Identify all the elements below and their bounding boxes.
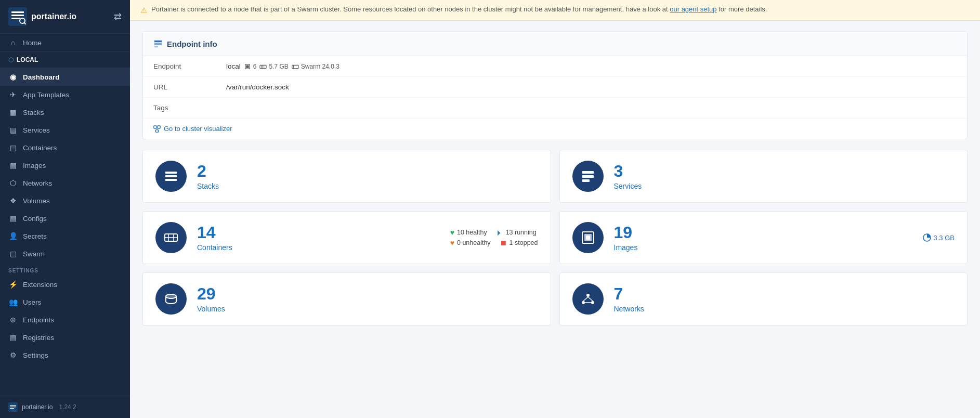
stat-card-services[interactable]: 3 Services [559,150,968,203]
sidebar-logo: portainer.io ⇄ [0,0,130,34]
cluster-viz-icon [153,125,161,133]
svg-rect-23 [155,129,158,132]
pie-chart-icon [923,233,931,242]
stat-card-images[interactable]: 19 Images 3.3 GB [559,211,968,264]
sidebar-item-containers[interactable]: ▤ Containers [0,139,130,156]
sidebar-item-configs-label: Configs [23,215,47,223]
sidebar-item-networks[interactable]: ⬡ Networks [0,174,130,192]
volumes-stat-info: 29 Volumes [197,285,538,312]
settings-icon: ⚙ [8,351,18,359]
svg-rect-1 [11,11,24,13]
services-stat-info: 3 Services [614,162,955,190]
stat-card-containers[interactable]: 14 Containers ♥ 10 healthy ⏵ 13 running … [142,211,551,264]
endpoint-info-icon [153,39,163,48]
images-number: 19 [614,224,912,242]
sidebar-item-home[interactable]: ⌂ Home [0,34,130,51]
sidebar-item-images[interactable]: ▤ Images [0,156,130,174]
registries-icon: ▤ [8,333,18,342]
endpoint-row: Endpoint local 6 5.7 GB S [143,56,967,77]
endpoint-info-title: Endpoint info [167,40,217,48]
sidebar-item-users[interactable]: 👥 Users [0,293,130,311]
stat-card-stacks[interactable]: 2 Stacks [142,150,551,203]
swarm-icon: ▤ [8,250,18,258]
sidebar-item-extensions[interactable]: ⚡ Extensions [0,276,130,293]
sidebar-item-services-label: Services [23,126,50,134]
images-icon-svg [580,230,596,245]
containers-unhealthy-text: 0 unhealthy [457,239,491,246]
sidebar-item-services[interactable]: ▤ Services [0,121,130,139]
sidebar-item-endpoints[interactable]: ⊕ Endpoints [0,311,130,329]
sidebar-item-secrets[interactable]: 👤 Secrets [0,227,130,245]
endpoint-info-card: Endpoint info Endpoint local 6 5.7 GB [142,31,968,139]
url-field-value: /var/run/docker.sock [226,83,289,91]
svg-rect-3 [11,18,20,19]
sidebar-item-dashboard[interactable]: ◉ Dashboard [0,68,130,86]
services-stat-icon [572,161,604,192]
svg-point-40 [586,294,590,297]
containers-stat-icon [155,222,187,253]
svg-rect-29 [582,179,590,182]
alert-bar: ⚠ Portainer is connected to a node that … [130,0,980,21]
images-size-text: 3.3 GB [934,234,955,242]
healthy-icon: ♥ [450,228,454,237]
sidebar-item-settings[interactable]: ⚙ Settings [0,346,130,364]
svg-rect-24 [165,172,177,174]
footer-version: 1.24.2 [59,403,76,411]
stat-card-volumes[interactable]: 29 Volumes [142,272,551,325]
svg-rect-14 [246,65,249,68]
images-icon: ▤ [8,161,18,169]
app-templates-icon: ✈ [8,90,18,99]
sidebar-item-containers-label: Containers [23,144,57,152]
url-row: URL /var/run/docker.sock [143,77,967,98]
containers-label: Containers [197,243,440,252]
sidebar-item-swarm[interactable]: ▤ Swarm [0,245,130,263]
sidebar-item-stacks[interactable]: ▦ Stacks [0,103,130,121]
dashboard-icon: ◉ [8,73,18,81]
sidebar-item-extensions-label: Extensions [23,281,57,289]
volumes-label: Volumes [197,305,538,313]
networks-label: Networks [614,305,955,313]
containers-healthy-row: ♥ 10 healthy ⏵ 13 running [450,228,537,237]
sidebar-item-secrets-label: Secrets [23,232,47,240]
sidebar-item-endpoints-label: Endpoints [23,316,54,324]
cluster-viz-label: Go to cluster visualizer [164,125,232,133]
stacks-stat-icon [155,161,187,192]
sidebar: portainer.io ⇄ ⌂ Home ⬡ LOCAL ◉ Dashboar… [0,0,130,418]
sidebar-item-configs[interactable]: ▤ Configs [0,210,130,227]
sidebar-item-home-label: Home [23,39,42,47]
sidebar-item-images-label: Images [23,162,46,169]
sidebar-item-stacks-label: Stacks [23,109,44,116]
sidebar-item-registries[interactable]: ▤ Registries [0,329,130,346]
stacks-stat-info: 2 Stacks [197,162,538,190]
services-number: 3 [614,162,955,180]
svg-rect-9 [10,408,14,409]
swarm-badge-icon [292,63,299,70]
endpoint-info-header: Endpoint info [143,32,967,56]
cpu-icon [244,63,251,70]
endpoint-info-body: Endpoint local 6 5.7 GB S [143,56,967,139]
networks-stat-info: 7 Networks [614,285,955,312]
containers-icon: ▤ [8,143,18,152]
tags-field-label: Tags [153,104,226,112]
env-label: ⬡ LOCAL [0,51,130,68]
agent-setup-link[interactable]: our agent setup [670,5,716,13]
stacks-icon-svg [163,168,179,184]
sidebar-item-app-templates[interactable]: ✈ App Templates [0,86,130,103]
extensions-icon: ⚡ [8,280,18,289]
sidebar-item-volumes[interactable]: ❖ Volumes [0,192,130,210]
networks-icon: ⬡ [8,179,18,187]
footer-logo-icon [8,402,18,412]
volumes-icon: ❖ [8,197,18,205]
svg-rect-21 [154,125,156,128]
svg-rect-10 [154,41,162,43]
sidebar-item-app-templates-label: App Templates [23,91,69,99]
unhealthy-icon: ♥ [450,239,454,247]
endpoint-field-value: local 6 5.7 GB Swarm 24.0.3 [226,62,339,70]
networks-icon-svg [580,291,596,307]
stat-card-networks[interactable]: 7 Networks [559,272,968,325]
cluster-viz-link[interactable]: Go to cluster visualizer [143,119,967,139]
home-icon: ⌂ [8,38,18,47]
containers-number: 14 [197,224,440,242]
sidebar-item-users-label: Users [23,298,41,306]
stacks-number: 2 [197,162,538,180]
